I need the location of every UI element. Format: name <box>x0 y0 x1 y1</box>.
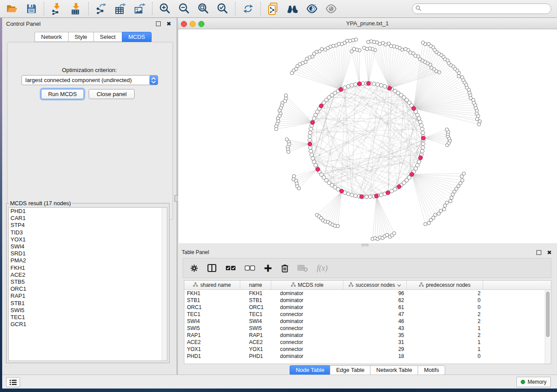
table-row[interactable]: PHD1PHD1dominator180 <box>184 353 551 360</box>
mcds-result-item[interactable]: STB1 <box>9 300 167 307</box>
zoom-in-icon[interactable] <box>159 2 172 15</box>
cell-name: STB1 <box>240 297 271 303</box>
show-columns-icon[interactable] <box>207 264 217 272</box>
mcds-result-item[interactable]: GCR1 <box>9 321 167 328</box>
mcds-result-item[interactable]: STB5 <box>9 279 167 285</box>
cell-predecessor_nodes: 0 <box>407 353 483 359</box>
table-scrollbar-thumb[interactable] <box>546 292 550 337</box>
cell-mcds_role: connector <box>271 311 343 317</box>
optimization-criterion-select[interactable]: largest connected component (undirected) <box>21 75 158 85</box>
cell-name: ACE2 <box>240 339 271 345</box>
first-neighbors-icon[interactable] <box>286 2 299 15</box>
table-row[interactable]: ORC1ORC1dominator610 <box>184 304 551 311</box>
tab-select[interactable]: Select <box>93 32 122 42</box>
tab-network-table[interactable]: Network Table <box>370 365 418 375</box>
cell-mcds_role: dominator <box>271 318 343 324</box>
cell-successor_nodes: 35 <box>343 332 407 338</box>
cell-shared_name: SWI5 <box>184 325 240 331</box>
table-row[interactable]: SWI4SWI4dominator462 <box>184 318 551 325</box>
cell-predecessor_nodes: 2 <box>407 311 483 317</box>
table-row[interactable]: YOX1YOX1connector291 <box>184 346 551 353</box>
network-window-titlebar: YPA_prune.txt_1 <box>178 18 557 29</box>
tab-network[interactable]: Network <box>35 32 68 42</box>
mcds-result-item[interactable]: PHD1 <box>9 208 167 215</box>
table-row[interactable]: RAP1RAP1dominator352 <box>184 332 551 339</box>
tab-style[interactable]: Style <box>68 32 93 42</box>
export-network-icon[interactable] <box>95 2 108 15</box>
cell-successor_nodes: 47 <box>343 311 407 317</box>
deselect-all-rows-icon[interactable] <box>245 265 255 271</box>
table-row[interactable]: SWI5SWI5connector431 <box>184 325 551 332</box>
mcds-result-item[interactable]: ACE2 <box>9 272 167 279</box>
node-table-header: shared namenameMCDS rolesuccessor nodesp… <box>184 281 551 290</box>
mcds-result-list[interactable]: PHD1CAR1STP4TID3YOX1SWI4SRD1PMA2FKH1ACE2… <box>8 207 167 361</box>
mcds-result-item[interactable]: TID3 <box>9 229 167 236</box>
table-row[interactable]: STB1STB1dominator620 <box>184 297 551 304</box>
search-input[interactable] <box>412 3 551 14</box>
apply-layout-icon[interactable] <box>242 2 255 15</box>
cell-successor_nodes: 96 <box>343 290 407 296</box>
zoom-fit-icon[interactable] <box>197 2 210 15</box>
table-row[interactable]: FKH1FKH1dominator962 <box>184 290 551 297</box>
mcds-result-item[interactable]: SRD1 <box>9 250 167 257</box>
network-view-window: YPA_prune.txt_1 <box>178 18 557 243</box>
mcds-result-item[interactable]: ORC1 <box>9 285 167 292</box>
column-header-name[interactable]: name <box>240 281 271 289</box>
network-canvas[interactable] <box>178 29 557 243</box>
close-panel-icon[interactable]: ✖ <box>547 251 552 254</box>
mcds-result-item[interactable]: STP4 <box>9 222 167 229</box>
tab-mcds[interactable]: MCDS <box>122 32 152 42</box>
tab-edge-table[interactable]: Edge Table <box>330 365 370 375</box>
close-panel-button[interactable]: Close panel <box>89 89 135 99</box>
cell-successor_nodes: 61 <box>343 304 407 310</box>
mcds-result-item[interactable]: SWI5 <box>9 307 167 314</box>
mcds-result-title: MCDS result (17 nodes) <box>9 200 72 206</box>
export-image-icon[interactable] <box>133 2 146 15</box>
graphics-details-icon[interactable] <box>305 2 318 15</box>
task-history-button[interactable] <box>6 377 20 387</box>
import-network-icon[interactable] <box>50 2 63 15</box>
float-window-icon[interactable] <box>156 21 161 26</box>
import-table-icon[interactable] <box>69 2 83 15</box>
column-header-MCDS-role[interactable]: MCDS role <box>271 281 343 289</box>
column-header-shared-name[interactable]: shared name <box>184 281 240 289</box>
status-bar: Memory <box>2 375 557 389</box>
float-window-icon[interactable] <box>536 250 541 255</box>
run-mcds-button[interactable]: Run MCDS <box>41 89 84 99</box>
table-panel-tabs: Node Table Edge Table Network Table Moti… <box>178 365 557 375</box>
zoom-out-icon[interactable] <box>178 2 191 15</box>
delete-column-trash-icon[interactable] <box>281 264 289 273</box>
close-panel-icon[interactable]: ✖ <box>166 22 171 26</box>
network-window-title: YPA_prune.txt_1 <box>178 20 557 27</box>
memory-label: Memory <box>528 379 547 385</box>
mcds-result-item[interactable]: RAP1 <box>9 292 167 299</box>
mcds-result-item[interactable]: PMA2 <box>9 257 167 264</box>
mcds-result-item[interactable]: YOX1 <box>9 236 167 243</box>
select-all-rows-icon[interactable] <box>225 265 236 271</box>
column-header-successor-nodes[interactable]: successor nodes <box>343 281 407 289</box>
mcds-result-item[interactable]: CAR1 <box>9 215 167 222</box>
tab-node-table[interactable]: Node Table <box>290 365 330 375</box>
select-stepper-icon <box>149 76 158 85</box>
column-header-predecessor-nodes[interactable]: predecessor nodes <box>407 281 483 289</box>
table-row[interactable]: TEC1TEC1connector472 <box>184 311 551 318</box>
table-settings-gear-icon[interactable] <box>190 264 198 272</box>
memory-button[interactable]: Memory <box>516 377 551 387</box>
mcds-result-item[interactable]: FKH1 <box>9 265 167 272</box>
zoom-selected-icon[interactable] <box>216 2 229 15</box>
column-namespace-icon <box>193 282 198 288</box>
search-box <box>412 3 551 14</box>
mcds-result-item[interactable]: TEC1 <box>9 314 167 321</box>
tab-motifs[interactable]: Motifs <box>418 365 445 375</box>
open-session-icon[interactable] <box>6 2 19 15</box>
export-table-icon[interactable] <box>114 2 127 15</box>
table-panel: Table Panel ✖ <box>178 247 557 375</box>
mcds-result-item[interactable]: SWI4 <box>9 243 167 250</box>
new-network-from-selection-icon[interactable] <box>267 2 280 15</box>
save-session-icon[interactable] <box>25 2 38 15</box>
mcds-list-scrollbar[interactable] <box>162 208 167 361</box>
table-row[interactable]: ACE2ACE2connector311 <box>184 339 551 346</box>
add-column-icon[interactable] <box>264 264 272 272</box>
application-window: Control Panel ✖ Network Style Select MCD… <box>0 0 557 392</box>
table-scrollbar[interactable] <box>545 290 551 364</box>
